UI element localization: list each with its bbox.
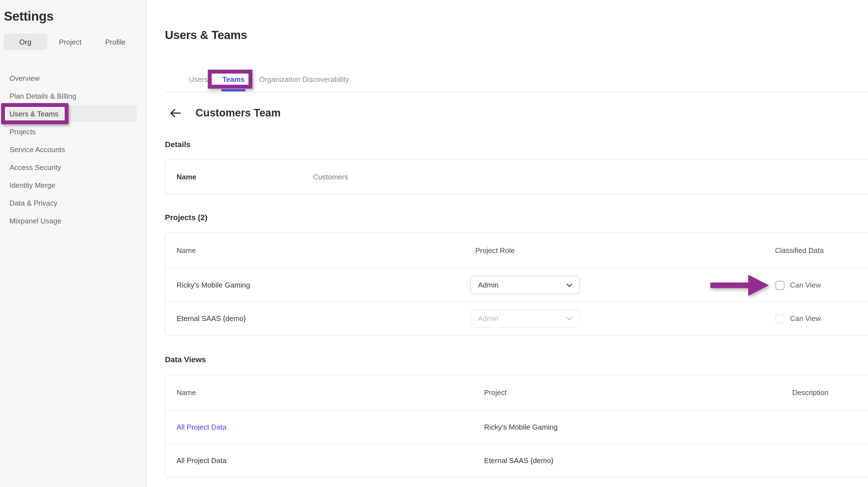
project-name: Eternal SAAS {demo} xyxy=(177,314,475,323)
table-row: Ricky's Mobile Gaming Admin C xyxy=(165,268,868,301)
project-role-cell: Admin xyxy=(475,309,775,328)
sidebar-item-identity-merge[interactable]: Identity Merge xyxy=(0,176,146,194)
sidebar-item-mixpanel-usage[interactable]: Mixpanel Usage xyxy=(0,212,146,230)
left-arrow-icon xyxy=(170,108,181,118)
chevron-down-icon xyxy=(567,317,572,320)
tab-teams[interactable]: Teams xyxy=(222,67,245,92)
scope-tab-project[interactable]: Project xyxy=(48,33,93,50)
settings-title: Settings xyxy=(4,9,54,24)
data-view-name: All Project Data xyxy=(177,456,484,465)
data-views-table-header: Name Project Description xyxy=(165,375,868,410)
project-role-dropdown-disabled: Admin xyxy=(470,309,580,328)
column-header-classified-data: Classified Data xyxy=(775,246,868,255)
projects-table: Name Project Role Classified Data Ricky'… xyxy=(164,232,868,335)
page-title: Users & Teams xyxy=(165,28,247,42)
scope-tabs: Org Project Profile xyxy=(3,33,137,50)
data-view-project: Ricky's Mobile Gaming xyxy=(484,423,792,431)
can-view-label: Can View xyxy=(790,314,821,323)
projects-table-header: Name Project Role Classified Data xyxy=(165,233,868,268)
chevron-down-icon xyxy=(567,283,572,287)
table-row: Eternal SAAS {demo} Admin Can View xyxy=(165,301,868,335)
settings-page: Settings Org Project Profile Overview Pl… xyxy=(0,0,868,487)
data-views-heading: Data Views xyxy=(165,355,206,364)
column-header-name: Name xyxy=(177,388,484,397)
sidebar-item-projects[interactable]: Projects xyxy=(0,123,146,141)
table-row: All Project Data Ricky's Mobile Gaming xyxy=(165,410,868,444)
team-name-title: Customers Team xyxy=(195,107,281,119)
can-view-checkbox[interactable] xyxy=(776,280,784,290)
projects-heading: Projects (2) xyxy=(165,213,208,222)
classified-data-cell: Can View xyxy=(775,269,868,301)
sidebar-item-service-accounts[interactable]: Service Accounts xyxy=(0,141,146,158)
tab-organization-discoverability[interactable]: Organization Discoverability xyxy=(259,67,349,92)
column-header-description: Description xyxy=(792,388,868,397)
details-card: Name Customers xyxy=(164,159,868,194)
back-button[interactable] xyxy=(169,107,182,119)
column-header-name: Name xyxy=(177,246,475,255)
tab-bar: Users Teams Organization Discoverability xyxy=(165,67,868,92)
data-view-name-link[interactable]: All Project Data xyxy=(177,423,484,431)
scope-tab-profile[interactable]: Profile xyxy=(93,33,137,50)
sidebar-item-overview[interactable]: Overview xyxy=(0,69,146,87)
project-role-dropdown[interactable]: Admin xyxy=(470,276,580,294)
annotation-arrow-icon xyxy=(710,274,769,296)
main-content: Users & Teams Users Teams Organization D… xyxy=(147,0,868,487)
table-row: All Project Data Eternal SAAS {demo} xyxy=(165,444,868,477)
project-name: Ricky's Mobile Gaming xyxy=(177,281,475,289)
column-header-project-role: Project Role xyxy=(475,246,775,255)
can-view-label: Can View xyxy=(790,281,821,289)
column-header-project: Project xyxy=(484,388,792,397)
sidebar: Settings Org Project Profile Overview Pl… xyxy=(0,0,147,487)
sidebar-item-data-privacy[interactable]: Data & Privacy xyxy=(0,194,146,212)
scope-tab-org[interactable]: Org xyxy=(3,33,48,50)
sidebar-item-access-security[interactable]: Access Security xyxy=(0,158,146,176)
details-name-row: Name Customers xyxy=(165,159,868,194)
data-views-table: Name Project Description All Project Dat… xyxy=(164,374,868,478)
active-tab-underline xyxy=(221,89,246,91)
sidebar-item-plan-details-billing[interactable]: Plan Details & Billing xyxy=(0,87,146,105)
team-header: Customers Team xyxy=(169,107,281,119)
data-view-project: Eternal SAAS {demo} xyxy=(484,456,792,465)
classified-data-cell: Can View xyxy=(775,302,868,335)
sidebar-item-users-teams[interactable]: Users & Teams xyxy=(0,105,146,123)
details-name-label: Name xyxy=(177,173,313,181)
details-name-value: Customers xyxy=(313,173,348,181)
details-heading: Details xyxy=(165,140,190,149)
sidebar-nav: Overview Plan Details & Billing Users & … xyxy=(0,69,146,230)
tab-users[interactable]: Users xyxy=(189,67,208,92)
can-view-checkbox xyxy=(776,314,784,323)
